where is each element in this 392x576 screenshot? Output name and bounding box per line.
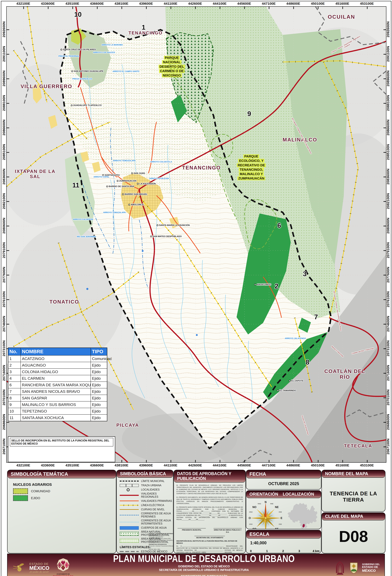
- footer-line-ayuntamiento: AYUNTAMIENTO DE ZUMPAHUACÁN: [78, 575, 330, 576]
- northing-label-left: 2079100N: [2, 242, 6, 258]
- table-row[interactable]: 4 EL CARMEN Ejido: [8, 375, 107, 381]
- locality-label[interactable]: LA ASCENSIÓN: [137, 182, 156, 185]
- northing-label-right: 2082100N: [386, 193, 390, 209]
- northing-label-left: 2080600N: [2, 218, 6, 234]
- compass-direction-label: NNO: [258, 503, 261, 505]
- locality-label[interactable]: BARRIO DE SANTA ANA: [106, 185, 134, 188]
- locality-label[interactable]: EL TAMARINDO: [277, 389, 296, 392]
- locality-label[interactable]: EL ZAPOTE: [289, 379, 303, 382]
- locality-label[interactable]: SAN JUAN: [131, 172, 145, 174]
- easting-label-top: 450100E: [311, 2, 325, 5]
- table-row[interactable]: 11 SANTA ANA XOCHUCA Ejido: [8, 414, 107, 421]
- agrarian-area-number[interactable]: 11: [72, 181, 79, 189]
- table-row[interactable]: 10 TEPETZINGO Ejido: [8, 408, 107, 414]
- arch-emblem: [334, 561, 345, 575]
- panel-title: NOMBRE DEL MAPA: [322, 470, 385, 478]
- inscription-title: INSCRIPCIÓN EN EL INSTITUTO DE LA FUNCIÓ…: [176, 540, 243, 544]
- map-canvas[interactable]: OCUILANTENANCINGOVILLA GUERREROMALINALCO…: [6, 6, 386, 463]
- agrarian-area-number[interactable]: 8: [305, 358, 309, 366]
- agrarian-area-number[interactable]: 10: [74, 10, 82, 18]
- footer-logos-right: GOBIERNO DEL ESTADO DE MÉXICO: [330, 561, 385, 575]
- table-row[interactable]: 8 SAN GASPAR Ejido: [8, 395, 107, 401]
- northing-label-right: 2092600N: [386, 21, 390, 37]
- easting-label-bottom: 447100E: [262, 463, 276, 467]
- legend-item: TRAZA URBANA: [120, 484, 173, 487]
- agrarian-area-number[interactable]: 2: [275, 282, 278, 290]
- legend-symbol: [120, 526, 139, 529]
- agrarian-area-number[interactable]: 3: [303, 270, 307, 278]
- table-row[interactable]: 3 COLONIA HIDALGO Ejido: [8, 368, 107, 375]
- easting-label-top: 444100E: [213, 2, 227, 5]
- panel-fecha: FECHA OCTUBRE 2025: [246, 470, 321, 490]
- locality-label[interactable]: SANTA CRUZ DE LOS PILARES: [60, 48, 96, 51]
- scale-ratio: 1:40,000: [250, 541, 321, 545]
- scale-tick-label: 0: [250, 549, 252, 553]
- agrarian-area-number[interactable]: 7: [314, 313, 318, 321]
- legend-item: CURVAS DE NIVEL: [120, 508, 173, 511]
- edomex-logo-text: ESTADO DE MÉXICO ¡El poder de servir!: [30, 562, 49, 573]
- easting-label-bottom: 441100E: [164, 463, 177, 467]
- northing-label-left: 2091100N: [2, 46, 6, 62]
- locality-label[interactable]: SAN ANTONIO GUADALUPE: [71, 70, 103, 72]
- scale-tick-label: 3: [299, 549, 300, 553]
- easting-label-bottom: 445600E: [237, 463, 251, 467]
- footer-line-gobierno: GOBIERNO DEL ESTADO DE MÉXICO: [78, 565, 330, 568]
- northing-label-left: 2092600N: [2, 21, 6, 37]
- compass-direction-label: ONO: [249, 511, 253, 513]
- northing-label-right: 2089600N: [386, 70, 390, 86]
- stream-label: ARROYO COPAL: [93, 176, 109, 178]
- locality-label[interactable]: AMOLONCA: [128, 203, 144, 206]
- neighbor-municipality-label: VILLA GUERRERO: [21, 84, 72, 89]
- locality-label[interactable]: ZUMPAHUACÁN: [117, 180, 136, 182]
- stream-label: ARROYO TEMOZOLAPA: [113, 160, 136, 162]
- table-row[interactable]: 6 RANCHERIA DE SANTA MARIA XOQUIAC Ejido: [8, 381, 107, 388]
- stream-label: PRESA TLAPIZALCO: [72, 78, 92, 80]
- legend-symbol: [120, 479, 139, 483]
- table-row[interactable]: 2 AGUACINGO Ejido: [8, 362, 107, 368]
- scale-tick-label: 1: [266, 549, 268, 553]
- locality-label[interactable]: AHUATZINGO: [254, 283, 271, 286]
- northing-label-left: 2068600N: [2, 414, 6, 430]
- agrarian-area-number[interactable]: 1: [142, 23, 145, 31]
- locality-label[interactable]: GUADALUPE TLAPIZALCO: [71, 104, 102, 107]
- footer-banner: ESTADO DE MÉXICO ¡El poder de servir! AY…: [7, 554, 385, 576]
- stream-label: ARROYO COLOSTITLA: [150, 161, 172, 163]
- agrarian-area-number[interactable]: 9: [247, 110, 251, 117]
- locality-label[interactable]: BARRIO SAN MIGUEL: [122, 193, 148, 196]
- table-row[interactable]: 1 ACATZINGO Comunidad: [8, 355, 107, 362]
- easting-label-bottom: 439600E: [139, 463, 153, 467]
- easting-label-top: 442600E: [188, 2, 202, 5]
- locality-label[interactable]: SAN MATEO DESPOBLADO: [150, 235, 182, 238]
- easting-label-top: 438100E: [115, 2, 128, 5]
- table-row[interactable]: 7 SAN ANDRES NICOLAS BRAVO Ejido: [8, 388, 107, 395]
- northing-label-left: 2082100N: [2, 193, 6, 209]
- northing-label-right: 2076100N: [386, 291, 390, 307]
- stream-label: ARROYO LA MAROMA: [101, 44, 123, 46]
- agrarian-area-number[interactable]: 6: [277, 222, 281, 229]
- panel-title: ESCALA: [246, 530, 321, 538]
- footer-logos-left: ESTADO DE MÉXICO ¡El poder de servir! AY…: [7, 558, 78, 576]
- easting-label-top: 447100E: [262, 2, 276, 5]
- location-title: LOCALIZACIÓN: [283, 492, 314, 497]
- easting-label-top: 432100E: [16, 2, 30, 5]
- legend-item: COMUNIDAD: [13, 488, 116, 494]
- panel-nombre-del-mapa: NOMBRE DEL MAPA TENENCIA DE LA TIERRA: [322, 470, 386, 512]
- neighbor-municipality-label: IXTAPAN DE LA SAL: [15, 169, 56, 179]
- legend-item: CUERPOS DE AGUA: [120, 526, 173, 529]
- legend-item: ESTADO DE MÉXICO: [120, 550, 173, 553]
- locality-label[interactable]: SANTA MARÍA LA ASUNCIÓN: [157, 224, 190, 227]
- compass-direction-label: O: [249, 517, 251, 520]
- easting-label-top: 436600E: [90, 2, 104, 5]
- compass-direction-label: NE: [275, 506, 279, 509]
- northing-label-left: 2085100N: [2, 144, 6, 160]
- easting-label-top: 435100E: [65, 2, 79, 5]
- signature-director-obras: DIRECTOR DE OBRAS PÚBLICAS Y D.U.: [213, 528, 242, 533]
- table-row[interactable]: 9 MALINALCO Y SUS BARRIOS Ejido: [8, 401, 107, 408]
- compass-direction-label: SE: [275, 527, 279, 529]
- road-name-label: Ramal a Tilancingo: [331, 345, 344, 357]
- easting-label-bottom: 436600E: [90, 463, 104, 467]
- northing-label-left: 2088100N: [2, 95, 6, 111]
- legend-swatch: [13, 488, 28, 494]
- compass-direction-label: ENE: [279, 511, 282, 513]
- signature-presidenta: PRESIDENTA MUNICIPAL: [178, 528, 206, 533]
